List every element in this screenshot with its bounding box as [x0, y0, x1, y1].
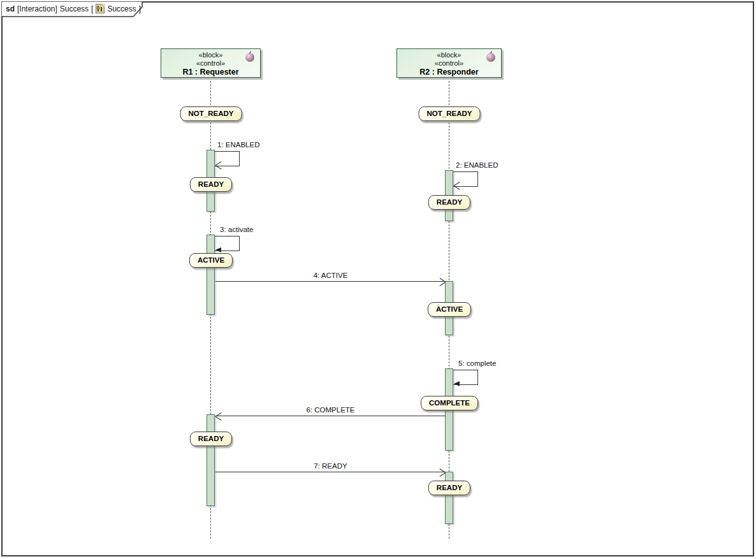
stereotype-control: «control»	[161, 59, 260, 68]
diagram-tab[interactable]: sd [Interaction] Success [ Success ]	[1, 1, 147, 17]
activation-r1-2[interactable]	[207, 235, 215, 315]
message-label: 6: COMPLETE	[215, 406, 446, 414]
sequence-diagram-icon	[96, 4, 105, 13]
activation-r2-4[interactable]	[445, 472, 453, 524]
message-5-self[interactable]: 5: complete	[453, 370, 478, 385]
open-arrow-right-icon	[439, 468, 446, 476]
state-r2-not-ready[interactable]: NOT_READY	[419, 106, 481, 121]
tab-kind: sd	[6, 4, 15, 13]
state-r1-ready-1[interactable]: READY	[190, 177, 232, 192]
lifeline-name: R1 : Requester	[161, 68, 260, 77]
state-r2-active[interactable]: ACTIVE	[428, 302, 471, 317]
message-6[interactable]: 6: COMPLETE	[215, 406, 446, 417]
message-4[interactable]: 4: ACTIVE	[215, 272, 446, 282]
tab-bracket-open: [	[91, 4, 93, 13]
tab-type: [Interaction]	[17, 4, 57, 13]
state-r2-ready-1[interactable]: READY	[428, 195, 470, 210]
lifeline-head-r1[interactable]: «block» «control» R1 : Requester	[161, 48, 261, 78]
filled-arrow-left-icon	[215, 247, 221, 252]
message-2-self[interactable]: 2: ENABLED	[453, 171, 478, 187]
message-line	[215, 281, 446, 282]
state-r1-not-ready[interactable]: NOT_READY	[180, 106, 242, 121]
open-arrow-left-icon	[215, 412, 222, 420]
state-r1-ready-2[interactable]: READY	[190, 432, 232, 446]
state-r2-complete[interactable]: COMPLETE	[421, 396, 478, 410]
message-label: 3: activate	[220, 226, 253, 233]
lifeline-name: R2 : Responder	[397, 68, 501, 77]
message-label: 5: complete	[458, 359, 496, 367]
open-arrow-left-icon	[454, 182, 461, 189]
message-label: 7: READY	[215, 462, 446, 470]
diagram-canvas: sd [Interaction] Success [ Success ] «bl…	[0, 0, 756, 559]
message-label: 4: ACTIVE	[215, 272, 446, 279]
message-1-self[interactable]: 1: ENABLED	[215, 151, 240, 166]
tab-bracket-close: ]	[139, 4, 141, 13]
message-3-self[interactable]: 3: activate	[215, 236, 240, 251]
tab-title: Success	[60, 4, 89, 13]
message-label: 2: ENABLED	[456, 161, 498, 169]
filled-arrow-left-icon	[454, 381, 460, 386]
state-r1-active[interactable]: ACTIVE	[189, 253, 233, 268]
activation-r1-3[interactable]	[207, 414, 215, 506]
lifeline-head-r2[interactable]: «block» «control» R2 : Responder	[396, 48, 502, 78]
tab-context-name: Success	[107, 4, 136, 13]
stereotype-block: «block»	[397, 51, 501, 59]
state-r2-ready-2[interactable]: READY	[428, 481, 470, 495]
message-line	[215, 416, 446, 416]
stereotype-control: «control»	[397, 59, 501, 68]
control-sphere-icon	[245, 53, 254, 62]
message-line	[215, 472, 446, 472]
message-label: 1: ENABLED	[217, 141, 259, 149]
open-arrow-right-icon	[439, 278, 446, 286]
open-arrow-left-icon	[215, 161, 222, 169]
message-7[interactable]: 7: READY	[215, 462, 446, 473]
control-sphere-icon	[486, 53, 495, 62]
